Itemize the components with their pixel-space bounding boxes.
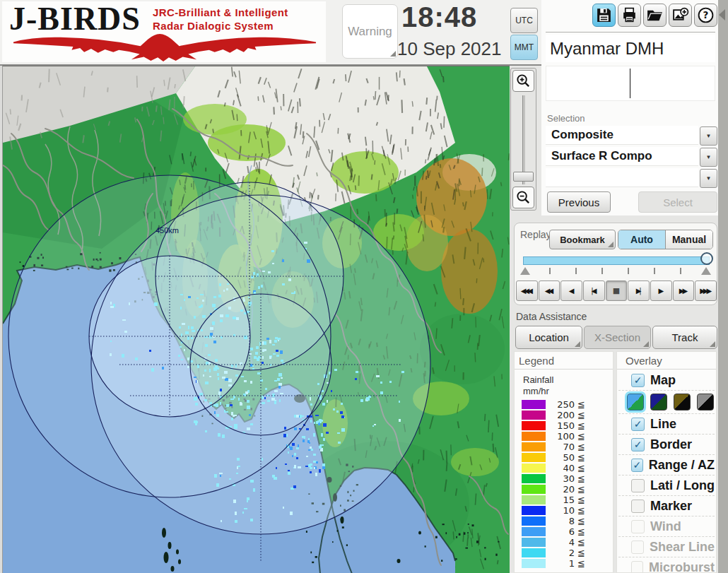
zoom-slider-handle[interactable] bbox=[513, 172, 534, 182]
dropdown-extra-value[interactable] bbox=[546, 168, 698, 187]
zoom-out-button[interactable] bbox=[512, 187, 534, 208]
magnifier-minus-icon bbox=[515, 189, 532, 206]
legend-panel: Legend Rainfall mm/hr 250 ≦200 ≦150 ≦100… bbox=[514, 351, 613, 573]
add-image-button[interactable] bbox=[669, 4, 692, 27]
time-slider-track[interactable] bbox=[523, 256, 710, 265]
legend-color-swatch bbox=[522, 548, 546, 557]
checkbox-icon[interactable]: ✓ bbox=[631, 459, 643, 472]
step-first-button[interactable]: |◀ bbox=[583, 280, 605, 301]
playback-controls: ◀◀◀◀◀◀|◀■▶|▶▶▶▶▶▶ bbox=[516, 280, 717, 302]
overlay-title: Overlay bbox=[626, 355, 662, 367]
legend-scale: 250 ≦200 ≦150 ≦100 ≦70 ≦50 ≦40 ≦30 ≦20 ≦… bbox=[522, 400, 608, 569]
legend-row: 40 ≦ bbox=[522, 463, 608, 473]
data-assistance-label: Data Assistance bbox=[516, 311, 587, 322]
fast-rewind-button[interactable]: ◀◀ bbox=[539, 280, 560, 301]
open-folder-button[interactable] bbox=[643, 4, 667, 27]
legend-row: 150 ≦ bbox=[522, 421, 608, 430]
map-style-swatch-4[interactable] bbox=[697, 394, 714, 410]
checkbox-icon[interactable]: ✓ bbox=[631, 438, 645, 451]
map-style-swatch-2[interactable] bbox=[650, 394, 667, 410]
panel-collapse-icon[interactable] bbox=[719, 9, 725, 20]
legend-color-swatch bbox=[522, 453, 546, 462]
window-edge-strip bbox=[718, 0, 728, 573]
time-slider-handle[interactable] bbox=[700, 252, 713, 265]
overlay-option-range-az[interactable]: ✓Range / AZ bbox=[618, 455, 715, 475]
eagle-logo-icon bbox=[12, 34, 317, 62]
legend-threshold: 15 ≦ bbox=[546, 495, 585, 505]
save-button[interactable] bbox=[592, 4, 616, 27]
fastest-rewind-button[interactable]: ◀◀◀ bbox=[516, 280, 538, 301]
stop-icon: ■ bbox=[613, 286, 620, 295]
chevron-down-icon[interactable]: ▼ bbox=[700, 169, 717, 188]
location-button[interactable]: Location bbox=[515, 326, 582, 349]
chevron-down-icon[interactable]: ▼ bbox=[700, 126, 717, 146]
manual-mode-button[interactable]: Manual bbox=[666, 230, 712, 249]
stop-button[interactable]: ■ bbox=[606, 280, 628, 301]
overlay-option-border[interactable]: ✓Border bbox=[618, 435, 715, 455]
chevron-down-icon[interactable]: ▼ bbox=[700, 148, 717, 167]
checkbox-icon[interactable]: ✓ bbox=[631, 374, 645, 387]
previous-button[interactable]: Previous bbox=[547, 191, 611, 213]
legend-threshold: 200 ≦ bbox=[546, 410, 585, 420]
overlay-option-label: Marker bbox=[650, 499, 692, 514]
dropdown-product-type: Composite ▼ bbox=[546, 126, 715, 145]
legend-threshold: 100 ≦ bbox=[546, 431, 585, 442]
jbirds-application: J-BIRDS JRC-Brilliant & Intelligent Rada… bbox=[0, 0, 728, 573]
slider-end-marker-icon[interactable] bbox=[701, 267, 711, 275]
legend-color-swatch bbox=[522, 463, 546, 473]
dropdown-product-type-value[interactable]: Composite bbox=[546, 126, 698, 145]
overlay-option-label: Border bbox=[650, 437, 692, 452]
select-button[interactable]: Select bbox=[638, 191, 717, 213]
timezone-utc-button[interactable]: UTC bbox=[510, 8, 538, 33]
legend-threshold: 50 ≦ bbox=[546, 452, 585, 463]
bookmark-button[interactable]: Bookmark bbox=[549, 230, 616, 249]
legend-threshold: 10 ≦ bbox=[546, 505, 585, 516]
radar-map[interactable]: 450km bbox=[2, 66, 510, 573]
slider-tick bbox=[654, 268, 655, 274]
fastest-forward-button[interactable]: ▶▶▶ bbox=[695, 280, 717, 301]
print-button[interactable] bbox=[618, 4, 641, 27]
fastest-rewind-icon: ◀◀◀ bbox=[521, 287, 533, 295]
play-button[interactable]: ▶ bbox=[650, 280, 672, 301]
play-reverse-button[interactable]: ◀ bbox=[560, 280, 582, 301]
app-logo: J-BIRDS JRC-Brilliant & Intelligent Rada… bbox=[2, 1, 326, 62]
legend-row: 50 ≦ bbox=[522, 453, 608, 462]
map-style-swatch-1[interactable] bbox=[627, 394, 644, 410]
overlay-options: ✓Map✓Line✓Border✓Range / AZLati / LongMa… bbox=[618, 370, 715, 573]
warning-button[interactable]: Warning bbox=[342, 4, 398, 59]
control-panel: ? Myanmar DMH Selection Composite ▼ Surf… bbox=[541, 0, 718, 215]
checkbox-icon[interactable]: ✓ bbox=[631, 418, 645, 431]
divider bbox=[515, 369, 613, 370]
dropdown-product-value[interactable]: Surface R Compo bbox=[546, 147, 698, 166]
fast-forward-button[interactable]: ▶▶ bbox=[673, 280, 695, 301]
replay-label: Replay bbox=[520, 229, 551, 240]
help-button[interactable]: ? bbox=[694, 4, 717, 27]
step-last-button[interactable]: ▶| bbox=[628, 280, 650, 301]
overlay-option-lati-long[interactable]: Lati / Long bbox=[618, 475, 715, 496]
track-button[interactable]: Track bbox=[652, 326, 717, 349]
legend-subtitle: Rainfall bbox=[523, 374, 553, 385]
logo-tagline-2: Radar Dialogic System bbox=[153, 20, 274, 32]
overlay-option-line[interactable]: ✓Line bbox=[618, 414, 715, 435]
legend-color-swatch bbox=[522, 400, 546, 409]
zoom-in-button[interactable] bbox=[512, 70, 534, 92]
legend-threshold: 40 ≦ bbox=[546, 463, 585, 473]
timezone-mmt-button[interactable]: MMT bbox=[510, 35, 538, 60]
legend-threshold: 2 ≦ bbox=[546, 548, 585, 558]
overlay-option-shear-line: Shear Line bbox=[618, 537, 715, 557]
slider-tick bbox=[628, 268, 629, 274]
x-section-button[interactable]: X-Section bbox=[584, 326, 651, 349]
auto-mode-button[interactable]: Auto bbox=[618, 230, 666, 249]
dropdown-product: Surface R Compo ▼ bbox=[546, 147, 715, 166]
overlay-option-map[interactable]: ✓Map bbox=[618, 370, 715, 391]
slider-start-marker-icon[interactable] bbox=[520, 267, 530, 275]
overlay-option-marker[interactable]: Marker bbox=[618, 496, 715, 516]
legend-row: 6 ≦ bbox=[522, 527, 608, 536]
map-style-swatch-3[interactable] bbox=[674, 394, 691, 410]
checkbox-icon[interactable] bbox=[631, 479, 645, 492]
legend-color-swatch bbox=[522, 474, 546, 483]
station-search-input[interactable] bbox=[546, 66, 715, 101]
text-caret bbox=[630, 69, 630, 98]
legend-row: 200 ≦ bbox=[522, 410, 608, 420]
checkbox-icon[interactable] bbox=[631, 500, 645, 513]
